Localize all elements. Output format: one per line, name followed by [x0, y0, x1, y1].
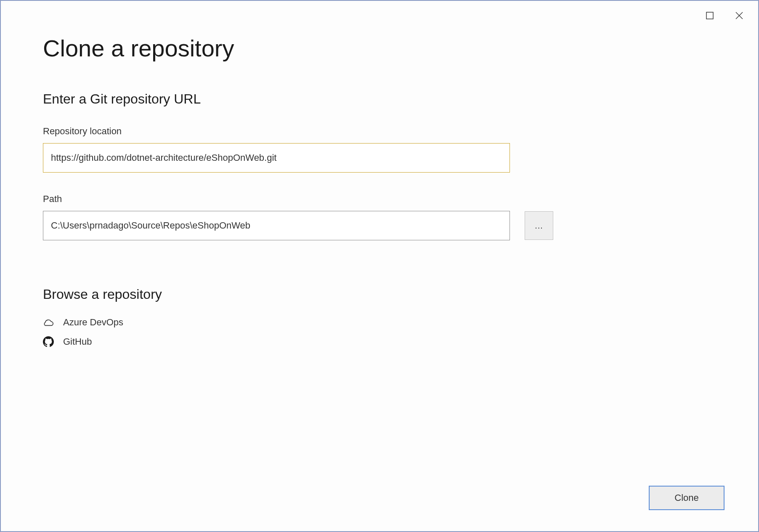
path-group: Path ... [43, 194, 716, 240]
close-icon [735, 11, 743, 20]
provider-label: Azure DevOps [63, 317, 123, 328]
repo-location-label: Repository location [43, 126, 716, 137]
svg-rect-0 [706, 12, 713, 19]
window-titlebar [691, 1, 758, 30]
repo-location-group: Repository location [43, 126, 716, 173]
provider-azure-devops[interactable]: Azure DevOps [43, 313, 716, 332]
maximize-icon [706, 12, 714, 19]
repo-location-input[interactable] [43, 143, 510, 173]
browse-repository-heading: Browse a repository [43, 287, 716, 302]
browse-path-button[interactable]: ... [525, 211, 553, 240]
provider-label: GitHub [63, 336, 92, 347]
enter-url-heading: Enter a Git repository URL [43, 91, 716, 107]
github-icon [43, 336, 54, 347]
path-row: ... [43, 211, 716, 240]
maximize-button[interactable] [703, 9, 716, 22]
browse-repository-section: Browse a repository Azure DevOps GitHub [43, 287, 716, 351]
clone-button[interactable]: Clone [649, 486, 724, 510]
close-button[interactable] [733, 9, 746, 22]
dialog-content: Clone a repository Enter a Git repositor… [1, 1, 758, 531]
page-title: Clone a repository [43, 35, 716, 62]
path-input[interactable] [43, 211, 510, 240]
clone-repository-dialog: Clone a repository Enter a Git repositor… [0, 0, 759, 532]
cloud-icon [43, 317, 54, 328]
dialog-footer: Clone [649, 486, 724, 510]
path-label: Path [43, 194, 716, 205]
provider-github[interactable]: GitHub [43, 332, 716, 351]
